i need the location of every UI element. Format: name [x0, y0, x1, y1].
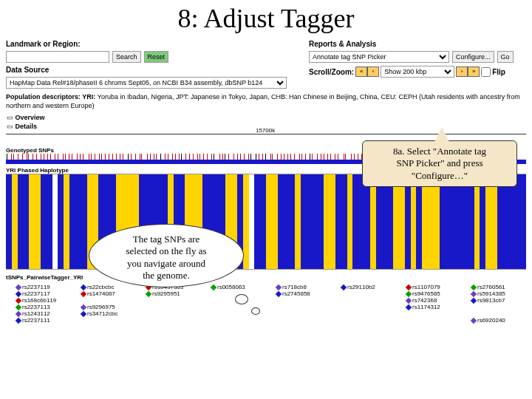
configure-button[interactable]: Configure...	[452, 51, 494, 63]
scroll-right-button[interactable]: ›	[456, 66, 468, 77]
thought-bubble: The tag SNPs are selected on the fly as …	[89, 224, 244, 287]
snp-label	[276, 304, 331, 310]
landmark-input[interactable]	[6, 51, 109, 63]
snp-label	[276, 297, 331, 304]
snp-label	[146, 304, 201, 310]
scrollzoom-label: Scroll/Zoom:	[309, 68, 354, 76]
snp-label: rs742368	[406, 297, 461, 304]
callout-8a: 8a. Select "Annotate tag SNP Picker" and…	[362, 140, 517, 187]
snp-label	[146, 297, 201, 304]
zoom-select[interactable]: Show 200 kbp	[381, 66, 454, 78]
snp-label	[341, 317, 396, 324]
snp-label	[406, 317, 461, 324]
snp-label: rs2760561	[471, 284, 526, 290]
snp-label: rs2237113	[16, 304, 71, 310]
snp-label: rs6920240	[471, 317, 526, 324]
snp-label	[471, 304, 526, 310]
snp-label: rs2237111	[16, 317, 71, 324]
snp-label	[81, 317, 136, 324]
go-button[interactable]: Go	[497, 51, 514, 63]
snp-label: rs1107079	[406, 284, 461, 290]
reset-button[interactable]: Reset	[144, 51, 169, 63]
scroll-left-button[interactable]: ‹	[367, 66, 379, 77]
snp-label: rs5914385	[471, 290, 526, 297]
snp-label: rs9813cb7	[471, 297, 526, 304]
datasource-label: Data Source	[6, 66, 49, 74]
snp-label: rs1474087	[81, 290, 136, 297]
reports-select[interactable]: Annotate tag SNP Picker	[309, 51, 449, 63]
snp-label: rs9476585	[406, 290, 461, 297]
snp-label: rs2745858	[276, 290, 331, 297]
population-descriptors: Population descriptors: YRI: Yoruba in I…	[0, 90, 532, 113]
snp-label	[276, 317, 331, 324]
callout-8a-arrow	[434, 127, 449, 142]
slide-title: 8: Adjust Tagger	[0, 0, 532, 38]
snp-label: rs1243112	[16, 310, 71, 317]
thought-dot-2	[251, 307, 260, 315]
snp-label: rs2237119	[16, 284, 71, 290]
snp-label-grid: rs2237119rs22cbcbcrs18437303rs0058063rs7…	[6, 281, 526, 324]
scroll-right-fast-button[interactable]: »	[468, 66, 480, 77]
overview-toggle[interactable]: ▭ Overview	[6, 113, 526, 122]
snp-label	[81, 297, 136, 304]
snp-label	[341, 304, 396, 310]
snp-label: rs718cb8	[276, 284, 331, 290]
reports-label: Reports & Analysis	[309, 40, 376, 48]
snp-label	[341, 310, 396, 317]
haplotype-heatmap	[6, 174, 526, 270]
scroll-left-fast-button[interactable]: «	[355, 66, 367, 77]
snp-label: rs1174312	[406, 304, 461, 310]
snp-label	[276, 310, 331, 317]
landmark-label: Landmark or Region:	[6, 40, 81, 48]
tagger-track-label: tSNPs_PairwiseTagger_YRI	[6, 270, 526, 281]
snp-label	[146, 310, 201, 317]
snp-label: rs9296975	[81, 304, 136, 310]
snp-label	[211, 317, 266, 324]
snp-label	[341, 290, 396, 297]
snp-label: rs168c6b119	[16, 297, 71, 304]
snp-label: rs9295951	[146, 290, 201, 297]
thought-dot-1	[235, 294, 248, 304]
snp-label	[146, 317, 201, 324]
snp-label: rs0058063	[211, 284, 266, 290]
snp-label: rs2237117	[16, 290, 71, 297]
snp-label	[406, 310, 461, 317]
snp-label	[341, 297, 396, 304]
flip-toggle[interactable]: Flip	[481, 67, 505, 77]
snp-label: rs29110b2	[341, 284, 396, 290]
search-button[interactable]: Search	[112, 51, 141, 63]
snp-label: rs34712cbc	[81, 310, 136, 317]
flip-checkbox[interactable]	[481, 67, 491, 77]
datasource-select[interactable]: HapMap Data Rel#18/phaseII 6 chroms Sept…	[6, 77, 287, 89]
snp-label: rs22cbcbc	[81, 284, 136, 290]
snp-label	[471, 310, 526, 317]
